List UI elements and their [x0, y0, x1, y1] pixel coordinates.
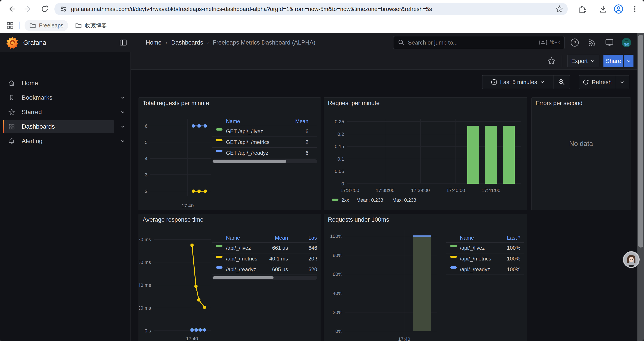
- breadcrumb-item[interactable]: Home: [146, 39, 162, 46]
- series-color-swatch: [450, 245, 457, 247]
- page-scrollbar-thumb[interactable]: [638, 35, 643, 247]
- legend-row[interactable]: /api/_/metrics100%: [446, 253, 524, 264]
- extensions-icon[interactable]: [577, 4, 588, 14]
- request-per-minute-chart[interactable]: 0.250.20.150.10.05017:37:0017:38:0017:39…: [324, 98, 528, 210]
- kiosk-monitor-icon[interactable]: [604, 38, 614, 47]
- series-name[interactable]: /api/_/readyz: [460, 266, 490, 272]
- bookmarks-divider: [19, 22, 20, 30]
- series-value: 605 µs: [272, 266, 288, 272]
- assistant-avatar[interactable]: [623, 251, 640, 268]
- column-header[interactable]: Name: [226, 235, 240, 241]
- brand-title[interactable]: Grafana: [23, 33, 46, 52]
- panel-title[interactable]: Average response time: [143, 216, 204, 223]
- search-input[interactable]: Search or jump to... ⌘+k: [393, 36, 565, 49]
- svg-text:4: 4: [145, 156, 148, 161]
- series-name[interactable]: /api/_/livez: [226, 245, 251, 251]
- legend-row[interactable]: /api/_/readyz100%: [446, 264, 524, 275]
- profile-icon[interactable]: [613, 4, 624, 14]
- export-button[interactable]: Export: [567, 55, 599, 67]
- favorite-star-icon[interactable]: [546, 56, 557, 66]
- tune-icon[interactable]: [60, 5, 67, 13]
- apps-grid-icon[interactable]: [5, 20, 15, 31]
- legend-row[interactable]: /api/_/livez100%: [446, 243, 524, 253]
- zoom-out-button[interactable]: [554, 75, 570, 89]
- legend-table-header: NameLast *: [446, 233, 524, 243]
- panel-average-response-time: 80 ms60 ms40 ms20 ms0 s17:40 Average res…: [138, 214, 321, 341]
- panel-errors-per-second: Errors per second No data: [531, 97, 631, 210]
- news-rss-icon[interactable]: [587, 38, 597, 47]
- sidebar-item-home[interactable]: Home: [3, 77, 114, 90]
- forward-button[interactable]: [23, 4, 33, 14]
- help-icon[interactable]: ?: [570, 38, 580, 47]
- dock-menu-icon[interactable]: [118, 38, 128, 47]
- panel-title[interactable]: Errors per second: [536, 100, 582, 107]
- legend-hscrollbar[interactable]: [212, 159, 317, 163]
- panel-title[interactable]: Total requests per minute: [143, 100, 209, 107]
- panel-title[interactable]: Requests under 100ms: [328, 216, 389, 223]
- series-name[interactable]: GET /api/_/metrics: [226, 139, 270, 145]
- sidebar-item-starred[interactable]: Starred: [3, 106, 114, 119]
- column-header[interactable]: Mean: [275, 235, 288, 241]
- browser-window: grafana.mathmast.com/d/deytv4rwavabkb/fr…: [0, 0, 644, 341]
- active-indicator: [3, 120, 4, 133]
- series-name[interactable]: GET /api/_/livez: [226, 128, 263, 135]
- time-range-picker[interactable]: Last 5 minutes: [482, 75, 554, 89]
- breadcrumb-item[interactable]: Dashboards: [171, 39, 203, 46]
- legend-row[interactable]: GET /api/_/livez6: [212, 126, 317, 137]
- series-name[interactable]: /api/_/metrics: [226, 256, 257, 262]
- legend-hscrollbar[interactable]: [212, 276, 317, 280]
- series-value: 20.5 ms: [308, 256, 317, 262]
- series-value: 100%: [507, 256, 520, 262]
- panel-title[interactable]: Request per minute: [328, 100, 380, 107]
- folder-icon: [29, 22, 36, 29]
- share-button[interactable]: Share: [604, 55, 624, 67]
- sidebar-item-dashboards[interactable]: Dashboards: [3, 120, 114, 133]
- svg-text:0: 0: [342, 181, 344, 187]
- magnifier-minus-icon: [558, 79, 565, 86]
- clock-icon: [491, 79, 497, 85]
- bookmark-folder[interactable]: 收藏博客: [70, 20, 112, 31]
- folder-icon: [75, 22, 82, 29]
- column-header[interactable]: Last *: [308, 235, 317, 241]
- legend-row[interactable]: /api/_/livez661 µs646 µs: [212, 243, 317, 253]
- column-header[interactable]: Name: [226, 118, 240, 124]
- column-header[interactable]: Last *: [507, 235, 520, 241]
- user-avatar[interactable]: [622, 38, 631, 47]
- svg-text:80%: 80%: [333, 253, 342, 258]
- svg-text:0.1: 0.1: [337, 156, 344, 162]
- refresh-button[interactable]: Refresh: [579, 75, 615, 89]
- grafana-logo[interactable]: [6, 36, 19, 49]
- sidebar-item-bookmarks[interactable]: Bookmarks: [3, 91, 114, 104]
- svg-text:3: 3: [145, 172, 148, 178]
- breadcrumb-separator: ›: [166, 40, 167, 46]
- series-name[interactable]: /api/_/metrics: [460, 256, 491, 262]
- column-header[interactable]: Name: [460, 235, 474, 241]
- column-header[interactable]: Mean: [295, 118, 308, 124]
- svg-text:17:38:00: 17:38:00: [376, 188, 394, 193]
- legend-row[interactable]: /api/_/readyz605 µs620 µs: [212, 264, 317, 275]
- legend-row[interactable]: /api/_/metrics40.1 ms20.5 ms: [212, 253, 317, 264]
- downloads-icon[interactable]: [598, 4, 608, 14]
- chevron-down-icon[interactable]: [118, 137, 127, 146]
- bookmark-folder[interactable]: Freeleaps: [24, 20, 68, 31]
- series-name[interactable]: /api/_/readyz: [226, 266, 256, 272]
- series-name[interactable]: GET /api/_/readyz: [226, 150, 268, 156]
- back-button[interactable]: [6, 4, 17, 14]
- refresh-interval-dropdown[interactable]: [615, 75, 629, 89]
- legend-row[interactable]: GET /api/_/metrics2: [212, 137, 317, 148]
- svg-text:60 ms: 60 ms: [139, 260, 151, 265]
- series-name[interactable]: /api/_/livez: [460, 245, 485, 251]
- browser-menu-icon[interactable]: [630, 4, 640, 14]
- chevron-down-icon[interactable]: [118, 108, 127, 117]
- url-text[interactable]: grafana.mathmast.com/d/deytv4rwavabkb/fr…: [71, 6, 432, 13]
- share-dropdown-button[interactable]: [624, 55, 634, 67]
- bookmark-star-icon[interactable]: [556, 5, 563, 13]
- chevron-down-icon[interactable]: [118, 122, 127, 131]
- chevron-down-icon[interactable]: [118, 93, 127, 102]
- sidebar-item-alerting[interactable]: Alerting: [3, 135, 114, 147]
- svg-text:17:40: 17:40: [398, 336, 410, 341]
- reload-button[interactable]: [40, 4, 50, 14]
- url-bar[interactable]: grafana.mathmast.com/d/deytv4rwavabkb/fr…: [54, 3, 568, 15]
- svg-text:0%: 0%: [335, 328, 342, 334]
- legend-row[interactable]: GET /api/_/readyz6: [212, 148, 317, 158]
